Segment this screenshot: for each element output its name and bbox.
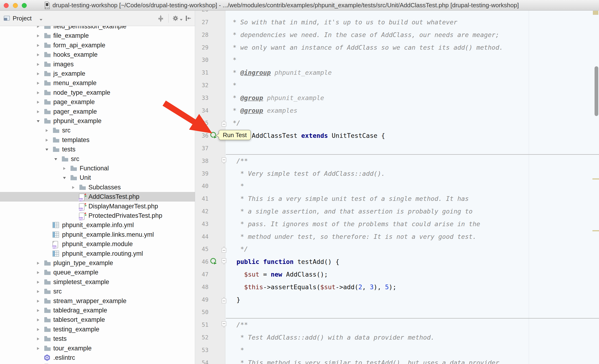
editor-scrollbar-thumb[interactable] — [595, 66, 598, 116]
hide-panel-icon[interactable] — [185, 15, 192, 23]
tree-item-protectedprivatestest-php[interactable]: phpProtectedPrivatesTest.php — [0, 211, 195, 221]
gear-dropdown-caret-icon[interactable] — [180, 18, 183, 22]
line-number: 40 — [195, 180, 209, 192]
tree-item-templates[interactable]: templates — [0, 135, 195, 145]
chevron-collapsed-icon[interactable] — [36, 44, 40, 47]
tree-item-eslintrc[interactable]: .eslintrc — [0, 353, 195, 363]
chevron-collapsed-icon[interactable] — [36, 309, 40, 312]
tree-item-phpunit-example-module[interactable]: phpphpunit_example.module — [0, 239, 195, 249]
tree-item-field-permission-example[interactable]: field_permission_example — [0, 26, 195, 31]
tree-item-page-example[interactable]: page_example — [0, 97, 195, 107]
chevron-expanded-icon[interactable] — [36, 120, 40, 123]
chevron-collapsed-icon[interactable] — [36, 271, 40, 274]
chevron-collapsed-icon[interactable] — [36, 34, 40, 37]
warning-stripe-mark[interactable] — [592, 178, 599, 179]
chevron-collapsed-icon[interactable] — [72, 186, 75, 189]
line-number: 33 — [195, 92, 209, 104]
line-number: 29 — [195, 41, 209, 54]
code-line: * Test AddClass::add() with a data provi… — [229, 331, 435, 344]
close-button[interactable] — [4, 3, 9, 8]
chevron-collapsed-icon[interactable] — [63, 167, 66, 170]
tree-item-plugin-type-example[interactable]: plugin_type_example — [0, 258, 195, 268]
chevron-collapsed-icon[interactable] — [36, 53, 40, 56]
tree-item-addclasstest-php[interactable]: phpAddClassTest.php — [0, 192, 195, 202]
tree-item-tests[interactable]: tests — [0, 334, 195, 344]
chevron-expanded-icon[interactable] — [63, 176, 66, 179]
tree-item-phpunit-example-info-yml[interactable]: phpunit_example.info.yml — [0, 220, 195, 230]
tree-item-menu-example[interactable]: menu_example — [0, 78, 195, 88]
code-line: * This is a very simple unit test of a s… — [229, 192, 469, 205]
chevron-collapsed-icon[interactable] — [36, 318, 40, 322]
tree-item-functional[interactable]: Functional — [0, 164, 195, 173]
chevron-collapsed-icon[interactable] — [36, 91, 40, 94]
tree-item-simpletest-example[interactable]: simpletest_example — [0, 277, 195, 287]
warning-stripe-mark[interactable] — [592, 230, 599, 231]
code-line: * we only want an instance of AddClass s… — [229, 41, 503, 54]
tree-item-js-example[interactable]: js_example — [0, 69, 195, 79]
chevron-collapsed-icon[interactable] — [36, 281, 40, 284]
tree-item-images[interactable]: images — [0, 60, 195, 69]
code-editor[interactable]: 2627 * So with that in mind, it's up to … — [195, 10, 599, 364]
project-panel-title[interactable]: Project — [13, 10, 32, 26]
tree-item-subclasses[interactable]: Subclasses — [0, 183, 195, 192]
minimize-button[interactable] — [13, 3, 18, 8]
tree-item-tour-example[interactable]: tour_example — [0, 344, 195, 353]
fold-start-marker-icon[interactable] — [221, 321, 227, 328]
chevron-collapsed-icon[interactable] — [36, 337, 40, 341]
fold-start-marker-icon[interactable] — [221, 157, 227, 165]
chevron-collapsed-icon[interactable] — [36, 72, 40, 75]
fold-end-marker-icon[interactable] — [221, 296, 227, 303]
code-line: public function testAdd() { — [229, 256, 339, 268]
chevron-expanded-icon[interactable] — [54, 158, 57, 161]
fold-end-marker-icon[interactable] — [221, 245, 227, 253]
zoom-button[interactable] — [22, 3, 27, 8]
dropdown-caret-icon[interactable] — [39, 18, 43, 22]
folder-icon — [52, 146, 60, 153]
chevron-expanded-icon[interactable] — [45, 148, 48, 151]
tree-item-label: js_example — [53, 69, 86, 79]
code-segment: $sut — [320, 283, 335, 291]
collapse-all-icon[interactable] — [158, 15, 164, 23]
tree-item-unit[interactable]: Unit — [0, 173, 195, 183]
chevron-collapsed-icon[interactable] — [45, 139, 48, 142]
chevron-collapsed-icon[interactable] — [36, 262, 40, 265]
tree-item-pager-example[interactable]: pager_example — [0, 107, 195, 116]
tree-item-src[interactable]: src — [0, 287, 195, 296]
tree-item-form-api-example[interactable]: form_api_example — [0, 41, 195, 50]
run-test-tooltip[interactable]: Run Test — [219, 130, 251, 140]
folder-icon — [44, 345, 51, 353]
settings-gear-icon[interactable] — [172, 15, 179, 23]
tree-item-phpunit-example-routing-yml[interactable]: phpunit_example.routing.yml — [0, 249, 195, 258]
tree-item-tests[interactable]: tests — [0, 145, 195, 154]
tree-item-phpunit-example-links-menu-yml[interactable]: phpunit_example.links.menu.yml — [0, 230, 195, 240]
tree-item-file-example[interactable]: file_example — [0, 31, 195, 41]
tree-item-tablesort-example[interactable]: tablesort_example — [0, 315, 195, 325]
tree-item-displaymanagertest-php[interactable]: phpDisplayManagerTest.php — [0, 202, 195, 211]
tree-item-src[interactable]: src — [0, 126, 195, 135]
chevron-collapsed-icon[interactable] — [36, 300, 40, 303]
inspection-status-square[interactable] — [593, 11, 598, 15]
fold-start-marker-icon[interactable] — [221, 258, 227, 266]
run-test-gutter-icon[interactable] — [210, 257, 218, 266]
chevron-collapsed-icon[interactable] — [36, 110, 40, 114]
chevron-collapsed-icon[interactable] — [36, 26, 40, 28]
code-segment: ->assertEquals( — [263, 283, 320, 291]
tree-item-queue-example[interactable]: queue_example — [0, 268, 195, 277]
chevron-collapsed-icon[interactable] — [36, 347, 40, 350]
chevron-collapsed-icon[interactable] — [36, 81, 40, 85]
code-line: */ — [229, 243, 248, 256]
chevron-collapsed-icon[interactable] — [36, 328, 40, 331]
tree-item-node-type-example[interactable]: node_type_example — [0, 88, 195, 98]
chevron-collapsed-icon[interactable] — [36, 63, 40, 66]
chevron-collapsed-icon[interactable] — [36, 290, 40, 293]
chevron-collapsed-icon[interactable] — [36, 101, 40, 104]
fold-end-marker-icon[interactable] — [221, 119, 227, 127]
tree-item-phpunit-example[interactable]: phpunit_example — [0, 116, 195, 126]
tree-item-hooks-example[interactable]: hooks_example — [0, 50, 195, 60]
tree-item-src[interactable]: src — [0, 154, 195, 164]
tree-item-testing-example[interactable]: testing_example — [0, 325, 195, 334]
chevron-collapsed-icon[interactable] — [45, 129, 48, 132]
tree-item-stream-wrapper-example[interactable]: stream_wrapper_example — [0, 296, 195, 306]
tree-item-tabledrag-example[interactable]: tabledrag_example — [0, 306, 195, 315]
tree-item-composer-json[interactable]: {}composer.json — [0, 362, 195, 364]
